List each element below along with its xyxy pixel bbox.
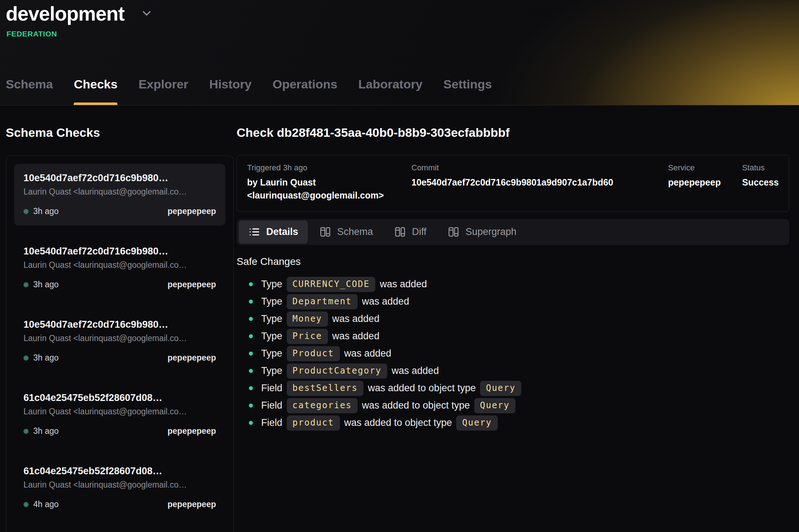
- bullet-icon: [249, 352, 253, 356]
- tab-laboratory[interactable]: Laboratory: [358, 77, 423, 105]
- list-icon: [248, 226, 260, 238]
- check-author: Laurin Quast <laurinquast@googlemail.co…: [23, 407, 216, 417]
- change-text: was added: [362, 296, 409, 307]
- change-row: TypeCURRENCY_CODEwas added: [237, 276, 789, 293]
- change-row: Fieldcategorieswas added to object typeQ…: [237, 397, 789, 414]
- bullet-icon: [249, 386, 253, 390]
- meta-service-label: Service: [668, 163, 742, 173]
- change-row: TypePricewas added: [237, 328, 789, 345]
- change-kind: Type: [261, 331, 282, 342]
- check-title: Check db28f481-35aa-40b0-b8b9-303ecfabbb…: [237, 126, 789, 140]
- change-row: FieldbestSellerswas added to object type…: [237, 380, 789, 397]
- check-list-item[interactable]: 61c04e25475eb52f28607d08…Laurin Quast <l…: [14, 384, 225, 445]
- change-text: was added to object type: [344, 417, 452, 428]
- code-badge: Query: [456, 415, 497, 431]
- check-meta-row: 3h agopepepepeep: [23, 206, 216, 216]
- check-time-label: 3h ago: [33, 280, 59, 289]
- check-hash: 10e540d7aef72c0d716c9b980…: [23, 173, 216, 184]
- check-time: 4h ago: [23, 500, 59, 509]
- check-time: 3h ago: [23, 280, 59, 289]
- code-badge: categories: [287, 398, 358, 413]
- change-text: was added to object type: [362, 400, 470, 411]
- change-row: TypeProductCategorywas added: [237, 362, 789, 380]
- check-time-label: 3h ago: [33, 206, 59, 216]
- schema-checks-list: 10e540d7aef72c0d716c9b980…Laurin Quast <…: [6, 156, 234, 532]
- tab-schema[interactable]: Schema: [6, 77, 53, 105]
- meta-commit-value: 10e540d7aef72c0d716c9b9801a9d907c1a7bd60: [411, 176, 668, 189]
- bullet-icon: [249, 334, 253, 338]
- detail-tab-diff[interactable]: Diff: [385, 221, 436, 244]
- change-kind: Field: [261, 400, 282, 411]
- columns-icon: [394, 226, 406, 238]
- check-meta-box: Triggered 3h ago by Laurin Quast <laurin…: [237, 155, 789, 212]
- check-list-item[interactable]: 10e540d7aef72c0d716c9b980…Laurin Quast <…: [14, 310, 225, 372]
- code-badge: product: [287, 415, 340, 431]
- status-dot-icon: [23, 502, 29, 507]
- check-hash: 10e540d7aef72c0d716c9b980…: [23, 246, 216, 257]
- change-text: was added: [380, 279, 427, 290]
- tab-settings[interactable]: Settings: [444, 77, 492, 105]
- check-hash: 61c04e25475eb52f28607d08…: [23, 466, 216, 477]
- change-kind: Type: [261, 279, 282, 290]
- meta-service: Service pepepepeep: [668, 163, 742, 189]
- meta-commit-label: Commit: [411, 163, 668, 173]
- check-meta-row: 3h agopepepepeep: [23, 353, 216, 363]
- check-time-label: 4h ago: [33, 500, 59, 509]
- change-kind: Field: [261, 417, 282, 428]
- code-badge: Money: [287, 311, 328, 327]
- tab-explorer[interactable]: Explorer: [138, 77, 188, 105]
- columns-icon: [448, 226, 459, 238]
- detail-tab-details[interactable]: Details: [239, 221, 308, 244]
- check-time-label: 3h ago: [33, 353, 59, 363]
- check-service-name: pepepepeep: [168, 353, 216, 363]
- change-kind: Type: [261, 313, 282, 324]
- change-kind: Type: [261, 348, 282, 359]
- detail-tab-supergraph[interactable]: Supergraph: [438, 221, 526, 244]
- change-row: Fieldproductwas added to object typeQuer…: [237, 414, 789, 432]
- bullet-icon: [249, 300, 253, 304]
- change-kind: Type: [261, 296, 282, 307]
- check-list-item[interactable]: 61c04e25475eb52f28607d08…Laurin Quast <l…: [14, 457, 225, 519]
- check-service-name: pepepepeep: [168, 280, 216, 289]
- detail-tab-label: Diff: [412, 226, 427, 237]
- check-service-name: pepepepeep: [168, 206, 216, 216]
- safe-changes-title: Safe Changes: [237, 256, 789, 267]
- bullet-icon: [249, 421, 253, 425]
- tab-checks[interactable]: Checks: [74, 77, 117, 105]
- check-time: 3h ago: [23, 353, 59, 363]
- check-author: Laurin Quast <laurinquast@googlemail.co…: [23, 333, 216, 343]
- tab-history[interactable]: History: [209, 77, 251, 105]
- bullet-icon: [249, 317, 253, 321]
- code-badge: Price: [287, 329, 328, 344]
- meta-commit: Commit 10e540d7aef72c0d716c9b9801a9d907c…: [411, 163, 668, 189]
- status-dot-icon: [23, 356, 29, 361]
- change-kind: Type: [261, 365, 282, 376]
- columns-icon: [319, 226, 331, 238]
- check-detail-panel: Check db28f481-35aa-40b0-b8b9-303ecfabbb…: [237, 105, 789, 432]
- tab-operations[interactable]: Operations: [272, 77, 337, 105]
- check-time: 3h ago: [23, 426, 59, 436]
- target-switcher-button[interactable]: [140, 7, 153, 21]
- meta-status-label: Status: [742, 163, 779, 173]
- bullet-icon: [249, 404, 253, 407]
- detail-tab-schema[interactable]: Schema: [310, 221, 383, 244]
- change-text: was added to object type: [368, 383, 476, 394]
- main-layout: Schema Checks 10e540d7aef72c0d716c9b980……: [0, 105, 799, 532]
- status-dot-icon: [23, 282, 29, 287]
- code-badge: Department: [287, 294, 358, 309]
- check-service-name: pepepepeep: [168, 500, 216, 509]
- meta-triggered-label: Triggered 3h ago: [247, 163, 411, 173]
- code-badge: bestSellers: [287, 381, 364, 396]
- change-row: TypeDepartmentwas added: [237, 293, 789, 310]
- check-list-item[interactable]: 10e540d7aef72c0d716c9b980…Laurin Quast <…: [14, 164, 225, 226]
- detail-tab-label: Details: [266, 226, 298, 237]
- meta-triggered: Triggered 3h ago by Laurin Quast <laurin…: [247, 163, 411, 202]
- change-row: TypeProductwas added: [237, 345, 789, 362]
- sidebar-title: Schema Checks: [6, 126, 234, 140]
- check-meta-row: 3h agopepepepeep: [23, 280, 216, 289]
- check-hash: 61c04e25475eb52f28607d08…: [23, 392, 216, 404]
- meta-status-value: Success: [742, 176, 779, 189]
- check-list-item[interactable]: 10e540d7aef72c0d716c9b980…Laurin Quast <…: [14, 237, 225, 299]
- change-row: TypeMoneywas added: [237, 310, 789, 328]
- chevron-down-icon: [140, 7, 153, 21]
